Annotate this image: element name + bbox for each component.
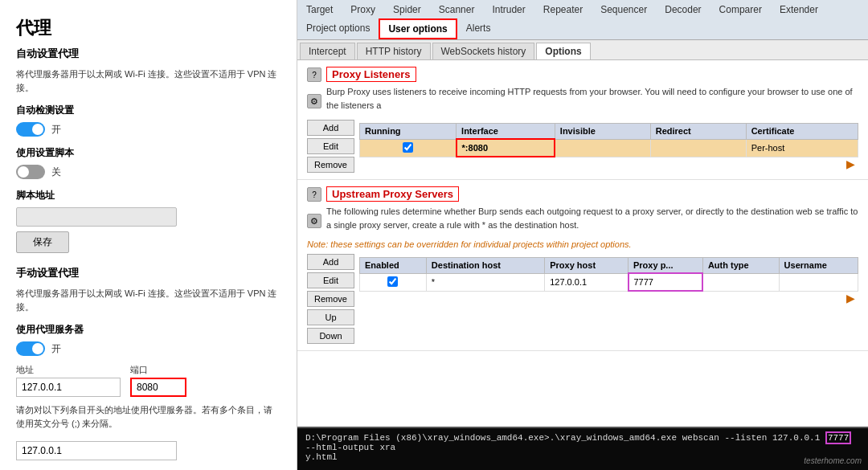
tab-project-options[interactable]: Project options bbox=[297, 18, 379, 39]
cell-proxy-host: 127.0.0.1 bbox=[545, 273, 628, 291]
exceptions-input[interactable] bbox=[16, 441, 177, 460]
manual-address-input[interactable] bbox=[16, 378, 121, 397]
cell-redirect bbox=[650, 139, 746, 157]
address-port-row: 地址 端口 bbox=[16, 364, 280, 397]
col-proxy-host: Proxy host bbox=[545, 258, 628, 274]
sub-tabs: Intercept HTTP history WebSockets histor… bbox=[297, 40, 868, 60]
script-toggle[interactable] bbox=[16, 165, 45, 179]
table-row[interactable]: *:8080 Per-host bbox=[359, 139, 858, 157]
proxy-listeners-title: Proxy Listeners bbox=[326, 67, 416, 82]
tab-target[interactable]: Target bbox=[297, 0, 342, 18]
tab-decoder[interactable]: Decoder bbox=[656, 0, 710, 18]
tab-intruder[interactable]: Intruder bbox=[483, 0, 534, 18]
auto-detect-toggle-row: 开 bbox=[16, 122, 280, 137]
proxy-listeners-edit-btn[interactable]: Edit bbox=[307, 138, 354, 154]
tab-proxy[interactable]: Proxy bbox=[342, 0, 384, 18]
upstream-proxy-title: Upstream Proxy Servers bbox=[326, 186, 459, 202]
col-redirect: Redirect bbox=[650, 124, 746, 140]
subtab-http-history[interactable]: HTTP history bbox=[357, 43, 431, 59]
address-label: 脚本地址 bbox=[16, 189, 280, 202]
upstream-proxy-edit-btn[interactable]: Edit bbox=[307, 272, 354, 288]
page-title: 代理 bbox=[16, 16, 280, 40]
col-invisible: Invisible bbox=[555, 124, 650, 140]
proxy-listeners-buttons: Add Edit Remove bbox=[307, 120, 359, 173]
col-dest-host: Destination host bbox=[426, 258, 544, 274]
col-running: Running bbox=[359, 124, 456, 140]
cell-interface: *:8080 bbox=[457, 139, 555, 157]
cell-invisible bbox=[555, 139, 650, 157]
terminal-highlight: 7777 bbox=[825, 431, 851, 444]
tab-extender[interactable]: Extender bbox=[771, 0, 827, 18]
tab-user-options[interactable]: User options bbox=[379, 18, 457, 39]
proxy-listeners-add-btn[interactable]: Add bbox=[307, 120, 354, 136]
cell-running bbox=[359, 139, 456, 157]
use-proxy-toggle[interactable] bbox=[16, 341, 45, 356]
upstream-proxy-note: Note: these settings can be overridden f… bbox=[307, 239, 858, 249]
watermark: testerhome.com bbox=[804, 456, 862, 465]
tab-repeater[interactable]: Repeater bbox=[534, 0, 592, 18]
manual-section: 手动设置代理 将代理服务器用于以太网或 Wi-Fi 连接。这些设置不适用于 VP… bbox=[16, 266, 280, 460]
address-input[interactable] bbox=[16, 207, 177, 227]
manual-proxy-heading: 手动设置代理 bbox=[16, 266, 280, 280]
col-interface: Interface bbox=[457, 124, 555, 140]
proxy-listeners-gear-btn[interactable]: ⚙ bbox=[307, 94, 321, 108]
subtab-intercept[interactable]: Intercept bbox=[300, 43, 355, 59]
proxy-listeners-remove-btn[interactable]: Remove bbox=[307, 157, 354, 173]
upstream-proxy-buttons: Add Edit Remove Up Down bbox=[307, 254, 359, 344]
tab-spider[interactable]: Spider bbox=[384, 0, 430, 18]
use-proxy-toggle-row: 开 bbox=[16, 341, 280, 356]
proxy-listeners-header: ? Proxy Listeners bbox=[307, 67, 858, 82]
proxy-listeners-help-btn[interactable]: ? bbox=[307, 67, 321, 82]
upstream-proxy-help-btn[interactable]: ? bbox=[307, 187, 321, 202]
scroll-hint-2: ▶ bbox=[359, 292, 858, 304]
cell-dest-host: * bbox=[426, 273, 544, 291]
auto-detect-toggle[interactable] bbox=[16, 122, 45, 137]
use-proxy-toggle-label: 开 bbox=[51, 342, 61, 356]
col-certificate: Certificate bbox=[746, 124, 858, 140]
table-row[interactable]: * 127.0.0.1 7777 bbox=[359, 273, 858, 291]
upstream-proxy-down-btn[interactable]: Down bbox=[307, 328, 354, 344]
use-proxy-label: 使用代理服务器 bbox=[16, 323, 280, 337]
port-label: 端口 bbox=[130, 364, 186, 376]
upstream-proxy-up-btn[interactable]: Up bbox=[307, 309, 354, 325]
upstream-proxy-remove-btn[interactable]: Remove bbox=[307, 291, 354, 307]
upstream-proxy-table-wrap: Enabled Destination host Proxy host Prox… bbox=[359, 254, 858, 304]
toggle-knob-2 bbox=[18, 166, 29, 178]
script-toggle-label: 关 bbox=[51, 166, 61, 179]
cell-username bbox=[779, 273, 858, 291]
tab-scanner[interactable]: Scanner bbox=[430, 0, 484, 18]
auto-proxy-heading: 自动设置代理 bbox=[16, 47, 280, 61]
addr-label: 地址 bbox=[16, 364, 121, 376]
upstream-proxy-gear-btn[interactable]: ⚙ bbox=[307, 214, 321, 228]
cell-proxy-port: 7777 bbox=[628, 273, 703, 291]
save-button[interactable]: 保存 bbox=[16, 231, 69, 253]
proxy-listeners-section: ? Proxy Listeners ⚙ Burp Proxy uses list… bbox=[297, 60, 868, 180]
address-group: 地址 bbox=[16, 364, 121, 397]
col-username: Username bbox=[779, 258, 858, 274]
auto-detect-toggle-label: 开 bbox=[51, 123, 61, 137]
tab-comparer[interactable]: Comparer bbox=[710, 0, 771, 18]
proxy-listeners-table-wrap: Running Interface Invisible Redirect Cer… bbox=[359, 120, 858, 170]
upstream-proxy-add-btn[interactable]: Add bbox=[307, 254, 354, 270]
scroll-hint-1: ▶ bbox=[359, 157, 858, 170]
content-area: ? Proxy Listeners ⚙ Burp Proxy uses list… bbox=[297, 60, 868, 427]
hint-text: 请勿对以下列条目开头的地址使用代理服务器。若有多个条目，请使用英文分号 (;) … bbox=[16, 403, 280, 430]
manual-port-input[interactable] bbox=[130, 378, 186, 397]
left-panel: 代理 自动设置代理 将代理服务器用于以太网或 Wi-Fi 连接。这些设置不适用于… bbox=[0, 0, 297, 470]
cell-enabled bbox=[359, 273, 426, 291]
subtab-options[interactable]: Options bbox=[536, 43, 590, 59]
tab-alerts[interactable]: Alerts bbox=[457, 18, 500, 39]
auto-detect-label: 自动检测设置 bbox=[16, 104, 280, 117]
enabled-checkbox[interactable] bbox=[387, 276, 398, 287]
terminal-line-2: y.html bbox=[305, 452, 860, 462]
tab-sequencer[interactable]: Sequencer bbox=[592, 0, 656, 18]
right-panel: Target Proxy Spider Scanner Intruder Rep… bbox=[297, 0, 868, 470]
subtab-websockets[interactable]: WebSockets history bbox=[432, 43, 535, 59]
port-group: 端口 bbox=[130, 364, 186, 397]
upstream-proxy-gear-row: ⚙ The following rules determine whether … bbox=[307, 205, 858, 236]
cell-auth-type bbox=[702, 273, 779, 291]
cell-certificate: Per-host bbox=[746, 139, 858, 157]
running-checkbox[interactable] bbox=[403, 142, 413, 153]
terminal-text-before: D:\Program Files (x86)\xray_windows_amd6… bbox=[305, 433, 825, 443]
upstream-proxy-table: Enabled Destination host Proxy host Prox… bbox=[359, 257, 858, 292]
